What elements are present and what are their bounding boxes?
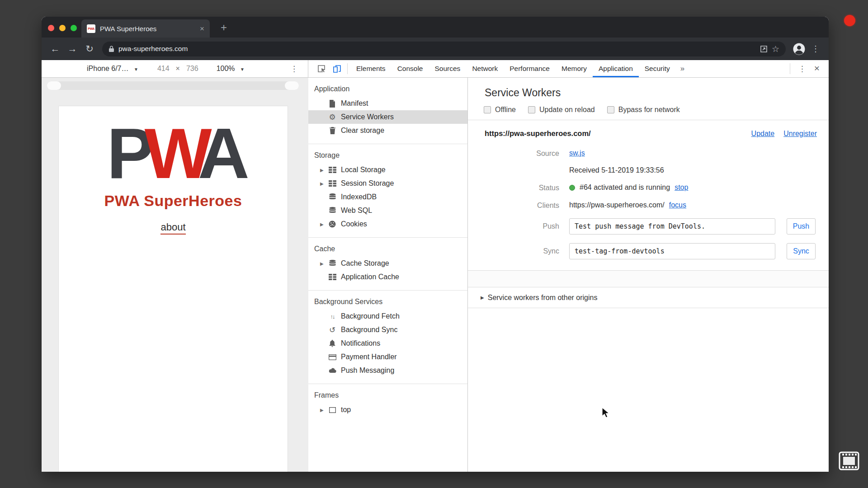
gear-icon: ⚙ xyxy=(328,113,337,122)
tab-sources[interactable]: Sources xyxy=(429,60,467,77)
chevron-right-icon[interactable]: ▶ xyxy=(320,168,328,173)
section-title: Background Services xyxy=(308,296,467,310)
chevron-down-icon: ▼ xyxy=(240,67,245,72)
close-window-button[interactable] xyxy=(48,25,54,31)
more-tabs-icon[interactable]: » xyxy=(676,64,689,73)
chevron-right-icon[interactable]: ▶ xyxy=(320,181,328,186)
sidebar-item-session-storage[interactable]: ▶ Session Storage xyxy=(308,177,467,190)
tab-performance[interactable]: Performance xyxy=(504,60,556,77)
horizontal-scrollbar[interactable] xyxy=(47,81,299,90)
service-workers-panel: Service Workers Offline Update on reload xyxy=(468,78,829,472)
sidebar-item-manifest[interactable]: Manifest xyxy=(308,97,467,110)
source-file-link[interactable]: sw.js xyxy=(569,149,585,157)
unregister-link[interactable]: Unregister xyxy=(783,130,817,138)
chevron-down-icon: ▼ xyxy=(134,67,138,72)
device-width-field[interactable]: 414 xyxy=(157,65,170,73)
browser-menu-icon[interactable]: ⋮ xyxy=(811,44,820,54)
forward-icon[interactable]: → xyxy=(65,42,80,56)
browser-toolbar: ← → ↻ pwa-superheroes.com ☆ ⋮ xyxy=(42,38,829,60)
stop-link[interactable]: stop xyxy=(675,183,688,192)
toolbar-band: iPhone 6/7… ▼ 414 × 736 100% ▼ ⋮ xyxy=(42,60,829,78)
document-icon xyxy=(328,99,337,108)
chevron-right-icon[interactable]: ▶ xyxy=(320,408,328,413)
update-on-reload-checkbox-item[interactable]: Update on reload xyxy=(528,106,595,114)
page-viewport: PWA PWA SuperHeroes about xyxy=(58,106,288,472)
source-label: Source xyxy=(485,149,559,158)
sync-icon: ↺ xyxy=(328,325,337,334)
zoom-select[interactable]: 100% ▼ xyxy=(217,65,245,73)
tab-memory[interactable]: Memory xyxy=(556,60,593,77)
device-toolbar: iPhone 6/7… ▼ 414 × 736 100% ▼ ⋮ xyxy=(42,60,308,77)
devtools-body: Application Manifest ⚙ Service Workers xyxy=(308,78,829,472)
sync-button[interactable]: Sync xyxy=(787,243,816,259)
service-worker-registration: https://pwa-superheroes.com/ Update Unre… xyxy=(468,120,829,270)
sidebar-item-cache-storage[interactable]: ▶ Cache Storage xyxy=(308,257,467,270)
sidebar-section-application: Application Manifest ⚙ Service Workers xyxy=(308,80,467,144)
tab-elements[interactable]: Elements xyxy=(350,60,392,77)
sidebar-item-background-fetch[interactable]: ↑↓ Background Fetch xyxy=(308,310,467,323)
sync-tag-input[interactable] xyxy=(569,243,775,259)
sidebar-item-background-sync[interactable]: ↺ Background Sync xyxy=(308,323,467,337)
pwa-logo: PWA xyxy=(59,116,288,191)
close-tab-icon[interactable]: × xyxy=(200,25,204,33)
inspect-icon[interactable] xyxy=(314,62,329,75)
browser-window: PWA PWA SuperHeroes × + ← → ↻ pwa-superh… xyxy=(42,17,829,472)
divider xyxy=(790,63,790,74)
bypass-for-network-checkbox[interactable] xyxy=(607,106,614,113)
tab-console[interactable]: Console xyxy=(392,60,429,77)
tab-network[interactable]: Network xyxy=(466,60,504,77)
section-title: Frames xyxy=(308,389,467,403)
sidebar-item-cookies[interactable]: ▶ Cookies xyxy=(308,217,467,231)
star-icon[interactable]: ☆ xyxy=(772,44,779,54)
scrollbar-thumb[interactable] xyxy=(47,81,61,90)
zoom-window-button[interactable] xyxy=(71,25,77,31)
sidebar-item-web-sql[interactable]: Web SQL xyxy=(308,204,467,217)
offline-checkbox-item[interactable]: Offline xyxy=(484,106,516,114)
sidebar-item-clear-storage[interactable]: Clear storage xyxy=(308,124,467,137)
sidebar-item-payment-handler[interactable]: Payment Handler xyxy=(308,350,467,364)
focus-link[interactable]: focus xyxy=(669,201,686,209)
update-on-reload-checkbox[interactable] xyxy=(528,106,535,113)
tab-security[interactable]: Security xyxy=(639,60,676,77)
cloud-icon xyxy=(328,366,337,375)
tab-strip: PWA PWA SuperHeroes × + xyxy=(42,17,829,38)
sidebar-item-push-messaging[interactable]: Push Messaging xyxy=(308,364,467,377)
sidebar-section-cache: Cache ▶ Cache Storage xyxy=(308,237,467,290)
address-bar[interactable]: pwa-superheroes.com ☆ xyxy=(102,42,786,56)
devtools-tab-bar: Elements Console Sources Network Perform… xyxy=(308,60,829,77)
tab-application[interactable]: Application xyxy=(593,60,639,77)
sidebar-item-service-workers[interactable]: ⚙ Service Workers xyxy=(308,110,467,124)
other-origins-section[interactable]: ▶ Service workers from other origins xyxy=(468,287,829,308)
sidebar-item-top-frame[interactable]: ▶ top xyxy=(308,403,467,417)
update-link[interactable]: Update xyxy=(751,130,775,138)
new-tab-button[interactable]: + xyxy=(221,22,227,33)
back-icon[interactable]: ← xyxy=(48,42,62,56)
about-link[interactable]: about xyxy=(160,221,185,235)
lock-icon xyxy=(108,45,114,52)
devtools-menu-icon[interactable]: ⋮ xyxy=(793,64,811,74)
chevron-right-icon[interactable]: ▶ xyxy=(481,295,484,300)
chevron-right-icon[interactable]: ▶ xyxy=(320,261,328,266)
section-title: Cache xyxy=(308,243,467,257)
minimize-window-button[interactable] xyxy=(59,25,66,31)
sidebar-item-local-storage[interactable]: ▶ Local Storage xyxy=(308,163,467,177)
device-toolbar-menu-icon[interactable]: ⋮ xyxy=(290,64,298,74)
chevron-right-icon[interactable]: ▶ xyxy=(320,222,328,227)
push-message-input[interactable] xyxy=(569,218,775,235)
sidebar-item-indexeddb[interactable]: IndexedDB xyxy=(308,190,467,204)
push-button[interactable]: Push xyxy=(787,218,816,235)
offline-checkbox[interactable] xyxy=(484,106,491,113)
scrollbar-thumb[interactable] xyxy=(285,81,299,90)
avatar[interactable] xyxy=(793,43,805,55)
reload-icon[interactable]: ↻ xyxy=(82,42,97,56)
url-text[interactable]: pwa-superheroes.com xyxy=(118,45,756,53)
device-toolbar-toggle-icon[interactable] xyxy=(329,62,344,75)
browser-tab[interactable]: PWA PWA SuperHeroes × xyxy=(81,19,210,38)
sidebar-item-notifications[interactable]: Notifications xyxy=(308,337,467,350)
bypass-for-network-checkbox-item[interactable]: Bypass for network xyxy=(607,106,680,114)
device-select[interactable]: iPhone 6/7… ▼ xyxy=(87,65,138,73)
device-height-field[interactable]: 736 xyxy=(186,65,198,73)
close-devtools-icon[interactable]: × xyxy=(811,63,822,75)
sidebar-item-application-cache[interactable]: Application Cache xyxy=(308,270,467,284)
open-in-window-icon[interactable] xyxy=(760,45,768,53)
